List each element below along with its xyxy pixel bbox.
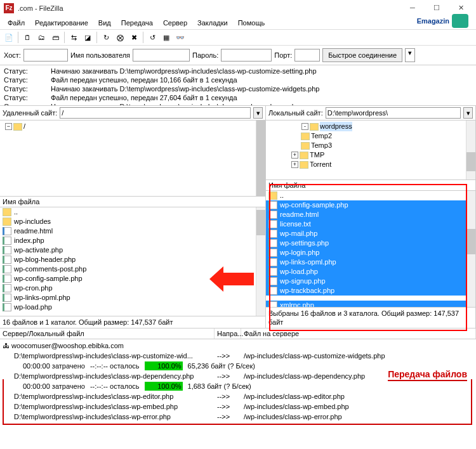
toggle-tree-icon[interactable]: 🗂 [35, 31, 48, 44]
remote-file-list[interactable]: ..wp-includesreadme.htmlindex.phpwp-acti… [0, 207, 265, 316]
local-tree[interactable]: -wordpressTemp2Temp3+TMP+Torrent [266, 120, 475, 180]
tree-row[interactable]: -wordpress [268, 122, 473, 131]
queue-col-file[interactable]: Сервер/Локальный файл [0, 329, 215, 339]
queue-local-file: D:\temp\wordpress\wp-includes\class-wp-d… [3, 371, 217, 381]
php-icon [3, 284, 11, 292]
queue-row[interactable]: D:\temp\wordpress\wp-includes\class-wp-e… [0, 391, 476, 401]
toggle-log-icon[interactable]: 🗒 [21, 31, 34, 44]
file-row[interactable]: wp-links-opml.php [266, 257, 475, 267]
queue-body[interactable]: 🖧 woocomuser@wooshop.ebibka.comD:\temp\w… [0, 339, 476, 423]
file-row[interactable]: wp-settings.php [266, 238, 475, 248]
menu-bookmarks[interactable]: Закладки [194, 18, 232, 28]
tree-row[interactable]: Temp2 [268, 131, 473, 141]
menu-view[interactable]: Вид [95, 18, 115, 28]
queue-row[interactable]: D:\temp\wordpress\wp-includes\class-wp-e… [0, 412, 476, 422]
queue-progress-row: 00:00:00 затрачено--:--:-- осталось100.0… [0, 381, 476, 391]
queue-row[interactable]: D:\temp\wordpress\wp-includes\class-wp-e… [0, 401, 476, 412]
file-row[interactable]: wp-load.php [0, 303, 265, 312]
menu-help[interactable]: Помощь [234, 18, 269, 28]
file-row[interactable]: wp-signup.php [266, 277, 475, 286]
file-row[interactable]: .. [0, 207, 265, 217]
file-row[interactable]: wp-includes [0, 217, 265, 226]
queue-header[interactable]: Сервер/Локальный файл Напра... Файл на с… [0, 329, 476, 339]
file-row[interactable]: license.txt [266, 219, 475, 229]
quickconnect-bar: Хост: Имя пользователя Пароль: Порт: Быс… [0, 46, 476, 65]
tree-row[interactable]: Temp3 [268, 141, 473, 150]
filter-icon[interactable]: ▦ [160, 31, 173, 44]
menu-edit[interactable]: Редактирование [31, 18, 92, 28]
find-icon[interactable]: 👓 [174, 31, 187, 44]
file-row[interactable]: xmlrpc.php [266, 301, 475, 307]
remote-files-header[interactable]: Имя файла [0, 197, 265, 207]
php-icon [268, 258, 277, 266]
scrollbar[interactable] [256, 207, 265, 316]
menu-file[interactable]: Файл [4, 18, 29, 28]
close-button[interactable]: ✕ [449, 2, 472, 15]
remote-tree[interactable]: −/ [0, 120, 265, 197]
expand-icon[interactable]: - [301, 123, 308, 130]
remote-tree-root[interactable]: / [23, 122, 25, 131]
local-file-list[interactable]: ..wp-config-sample.phpreadme.htmllicense… [266, 191, 475, 307]
file-row[interactable]: readme.html [266, 210, 475, 219]
queue-col-server[interactable]: Файл на сервере [241, 329, 476, 339]
file-row[interactable]: readme.html [0, 226, 265, 236]
disconnect-icon[interactable]: ✖ [128, 31, 140, 44]
scrollbar[interactable] [466, 191, 475, 307]
scrollbar[interactable] [466, 120, 475, 179]
remote-path-dropdown[interactable]: ▾ [253, 107, 263, 119]
expand-icon[interactable]: + [291, 152, 298, 159]
local-path-input[interactable] [326, 107, 461, 119]
remote-status: 16 файлов и 1 каталог. Общий размер: 147… [0, 316, 265, 328]
tree-row[interactable]: +TMP [268, 150, 473, 160]
quickconnect-button[interactable]: Быстрое соединение [322, 48, 402, 62]
pass-input[interactable] [221, 49, 272, 62]
sync-icon[interactable]: ⇆ [67, 31, 80, 44]
file-row[interactable]: wp-links-opml.php [0, 293, 265, 303]
php-icon [3, 246, 11, 254]
port-input[interactable] [294, 49, 320, 62]
file-name: wp-login.php [280, 248, 319, 257]
file-row[interactable]: wp-trackback.php [266, 286, 475, 296]
user-input[interactable] [133, 49, 190, 62]
menu-transfer[interactable]: Передача [117, 18, 157, 28]
queue-remaining: --:--:-- осталось [90, 381, 140, 391]
file-row[interactable]: wp-load.php [266, 267, 475, 277]
maximize-button[interactable]: ☐ [425, 2, 448, 15]
toggle-queue-icon[interactable]: 🗃 [49, 31, 62, 44]
php-icon [268, 287, 277, 295]
quickconnect-dropdown[interactable]: ▾ [405, 48, 415, 62]
queue-elapsed: 00:00:00 затрачено [23, 361, 85, 371]
file-row[interactable]: wp-activate.php [0, 245, 265, 255]
queue-row[interactable]: D:\temp\wordpress\wp-includes\class-wp-c… [0, 351, 476, 361]
file-name: wp-load.php [14, 303, 52, 312]
file-name: wp-links-opml.php [280, 257, 336, 267]
tree-row[interactable]: +Torrent [268, 160, 473, 169]
host-label: Хост: [4, 51, 21, 59]
refresh-icon[interactable]: ↻ [100, 31, 112, 44]
local-path-dropdown[interactable]: ▾ [463, 107, 473, 119]
file-row[interactable]: wp-login.php [266, 248, 475, 257]
message-log[interactable]: Статус:Начинаю закачивать D:\temp\wordpr… [0, 65, 476, 106]
expand-icon[interactable]: − [5, 123, 12, 130]
file-row[interactable]: wp-mail.php [266, 229, 475, 238]
host-input[interactable] [23, 49, 68, 62]
menu-server[interactable]: Сервер [159, 18, 191, 28]
file-row[interactable]: .. [266, 191, 475, 200]
reconnect-icon[interactable]: ↺ [146, 31, 159, 44]
queue-col-dir[interactable]: Напра... [215, 329, 241, 339]
minimize-button[interactable]: ─ [401, 2, 424, 15]
compare-icon[interactable]: ◪ [81, 31, 94, 44]
remote-path-input[interactable] [60, 107, 251, 119]
stop-icon[interactable]: ⨂ [114, 31, 126, 44]
local-files-header[interactable]: Имя файла [266, 180, 475, 191]
app-icon: Fz [4, 3, 14, 13]
expand-icon[interactable]: + [291, 161, 298, 168]
php-icon [3, 265, 11, 273]
file-row[interactable]: wp-config-sample.php [266, 200, 475, 210]
file-row[interactable]: index.php [0, 236, 265, 245]
sitemanager-icon[interactable]: 📄 [3, 31, 15, 44]
file-row[interactable]: wp-blog-header.php [0, 255, 265, 264]
scrollbar[interactable] [256, 120, 265, 196]
queue-local-file: D:\temp\wordpress\wp-includes\class-wp-e… [3, 401, 217, 412]
queue-remote-file: /wp-includes/class-wp-embed.php [244, 401, 473, 412]
